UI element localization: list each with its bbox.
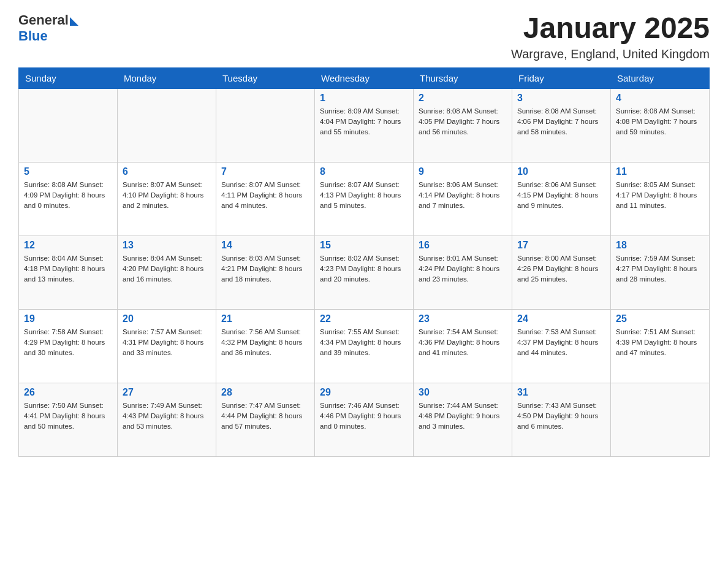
calendar-cell: 25Sunrise: 7:51 AM Sunset: 4:39 PM Dayli…	[611, 309, 710, 383]
day-number: 27	[123, 387, 211, 398]
calendar-cell: 19Sunrise: 7:58 AM Sunset: 4:29 PM Dayli…	[19, 309, 118, 383]
calendar-week-5: 26Sunrise: 7:50 AM Sunset: 4:41 PM Dayli…	[19, 383, 710, 456]
day-number: 15	[320, 240, 408, 251]
day-info: Sunrise: 7:58 AM Sunset: 4:29 PM Dayligh…	[24, 327, 112, 359]
day-info: Sunrise: 7:46 AM Sunset: 4:46 PM Dayligh…	[320, 400, 408, 432]
calendar-cell: 20Sunrise: 7:57 AM Sunset: 4:31 PM Dayli…	[118, 309, 216, 383]
day-info: Sunrise: 8:07 AM Sunset: 4:11 PM Dayligh…	[221, 180, 309, 212]
calendar-cell: 6Sunrise: 8:07 AM Sunset: 4:10 PM Daylig…	[118, 162, 216, 236]
logo: General Blue	[18, 12, 78, 44]
day-number: 16	[419, 240, 507, 251]
calendar-cell	[118, 88, 216, 162]
calendar-week-4: 19Sunrise: 7:58 AM Sunset: 4:29 PM Dayli…	[19, 309, 710, 383]
day-info: Sunrise: 8:07 AM Sunset: 4:13 PM Dayligh…	[320, 180, 408, 212]
day-number: 18	[616, 240, 704, 251]
day-info: Sunrise: 8:06 AM Sunset: 4:15 PM Dayligh…	[517, 180, 605, 212]
header-sunday: Sunday	[19, 67, 118, 88]
day-info: Sunrise: 8:08 AM Sunset: 4:05 PM Dayligh…	[419, 106, 507, 138]
calendar-cell: 26Sunrise: 7:50 AM Sunset: 4:41 PM Dayli…	[19, 383, 118, 456]
day-number: 30	[419, 387, 507, 398]
day-number: 3	[517, 93, 605, 104]
day-number: 14	[221, 240, 309, 251]
calendar-week-1: 1Sunrise: 8:09 AM Sunset: 4:04 PM Daylig…	[19, 88, 710, 162]
calendar-week-2: 5Sunrise: 8:08 AM Sunset: 4:09 PM Daylig…	[19, 162, 710, 236]
header-wednesday: Wednesday	[315, 67, 414, 88]
calendar-cell: 2Sunrise: 8:08 AM Sunset: 4:05 PM Daylig…	[414, 88, 512, 162]
day-info: Sunrise: 8:00 AM Sunset: 4:26 PM Dayligh…	[517, 253, 605, 285]
day-number: 21	[221, 313, 309, 324]
logo-triangle-icon	[70, 17, 78, 26]
day-info: Sunrise: 7:54 AM Sunset: 4:36 PM Dayligh…	[419, 327, 507, 359]
day-number: 6	[123, 166, 211, 177]
day-info: Sunrise: 8:07 AM Sunset: 4:10 PM Dayligh…	[123, 180, 211, 212]
day-info: Sunrise: 7:53 AM Sunset: 4:37 PM Dayligh…	[517, 327, 605, 359]
day-info: Sunrise: 8:05 AM Sunset: 4:17 PM Dayligh…	[616, 180, 704, 212]
calendar-cell: 31Sunrise: 7:43 AM Sunset: 4:50 PM Dayli…	[512, 383, 611, 456]
day-number: 2	[419, 93, 507, 104]
header-tuesday: Tuesday	[216, 67, 315, 88]
day-number: 7	[221, 166, 309, 177]
day-number: 11	[616, 166, 704, 177]
calendar-cell: 22Sunrise: 7:55 AM Sunset: 4:34 PM Dayli…	[315, 309, 414, 383]
day-info: Sunrise: 7:49 AM Sunset: 4:43 PM Dayligh…	[123, 400, 211, 432]
calendar-cell	[611, 383, 710, 456]
day-info: Sunrise: 8:08 AM Sunset: 4:06 PM Dayligh…	[517, 106, 605, 138]
day-info: Sunrise: 8:06 AM Sunset: 4:14 PM Dayligh…	[419, 180, 507, 212]
day-info: Sunrise: 7:44 AM Sunset: 4:48 PM Dayligh…	[419, 400, 507, 432]
calendar-cell: 5Sunrise: 8:08 AM Sunset: 4:09 PM Daylig…	[19, 162, 118, 236]
calendar-cell: 21Sunrise: 7:56 AM Sunset: 4:32 PM Dayli…	[216, 309, 315, 383]
calendar-cell: 13Sunrise: 8:04 AM Sunset: 4:20 PM Dayli…	[118, 236, 216, 309]
day-info: Sunrise: 8:09 AM Sunset: 4:04 PM Dayligh…	[320, 106, 408, 138]
day-info: Sunrise: 8:04 AM Sunset: 4:18 PM Dayligh…	[24, 253, 112, 285]
calendar-cell: 8Sunrise: 8:07 AM Sunset: 4:13 PM Daylig…	[315, 162, 414, 236]
day-number: 31	[517, 387, 605, 398]
calendar-cell	[19, 88, 118, 162]
calendar-cell: 24Sunrise: 7:53 AM Sunset: 4:37 PM Dayli…	[512, 309, 611, 383]
day-info: Sunrise: 7:43 AM Sunset: 4:50 PM Dayligh…	[517, 400, 605, 432]
calendar-week-3: 12Sunrise: 8:04 AM Sunset: 4:18 PM Dayli…	[19, 236, 710, 309]
day-info: Sunrise: 7:50 AM Sunset: 4:41 PM Dayligh…	[24, 400, 112, 432]
calendar-cell: 3Sunrise: 8:08 AM Sunset: 4:06 PM Daylig…	[512, 88, 611, 162]
calendar-table: SundayMondayTuesdayWednesdayThursdayFrid…	[18, 67, 710, 457]
calendar-cell: 16Sunrise: 8:01 AM Sunset: 4:24 PM Dayli…	[414, 236, 512, 309]
header-friday: Friday	[512, 67, 611, 88]
day-info: Sunrise: 7:47 AM Sunset: 4:44 PM Dayligh…	[221, 400, 309, 432]
calendar-cell: 29Sunrise: 7:46 AM Sunset: 4:46 PM Dayli…	[315, 383, 414, 456]
day-number: 5	[24, 166, 112, 177]
logo-blue: Blue	[18, 28, 48, 44]
day-info: Sunrise: 7:51 AM Sunset: 4:39 PM Dayligh…	[616, 327, 704, 359]
day-number: 23	[419, 313, 507, 324]
location-subtitle: Wargrave, England, United Kingdom	[511, 47, 710, 61]
day-number: 25	[616, 313, 704, 324]
calendar-cell: 11Sunrise: 8:05 AM Sunset: 4:17 PM Dayli…	[611, 162, 710, 236]
day-info: Sunrise: 8:01 AM Sunset: 4:24 PM Dayligh…	[419, 253, 507, 285]
title-block: January 2025 Wargrave, England, United K…	[511, 12, 710, 61]
calendar-title: January 2025	[511, 12, 710, 45]
day-number: 12	[24, 240, 112, 251]
day-number: 20	[123, 313, 211, 324]
day-info: Sunrise: 7:57 AM Sunset: 4:31 PM Dayligh…	[123, 327, 211, 359]
day-number: 17	[517, 240, 605, 251]
day-number: 28	[221, 387, 309, 398]
day-info: Sunrise: 7:55 AM Sunset: 4:34 PM Dayligh…	[320, 327, 408, 359]
calendar-cell: 1Sunrise: 8:09 AM Sunset: 4:04 PM Daylig…	[315, 88, 414, 162]
day-info: Sunrise: 8:03 AM Sunset: 4:21 PM Dayligh…	[221, 253, 309, 285]
day-number: 4	[616, 93, 704, 104]
day-number: 9	[419, 166, 507, 177]
day-number: 8	[320, 166, 408, 177]
day-info: Sunrise: 7:59 AM Sunset: 4:27 PM Dayligh…	[616, 253, 704, 285]
day-number: 22	[320, 313, 408, 324]
calendar-cell: 12Sunrise: 8:04 AM Sunset: 4:18 PM Dayli…	[19, 236, 118, 309]
day-number: 13	[123, 240, 211, 251]
day-info: Sunrise: 8:04 AM Sunset: 4:20 PM Dayligh…	[123, 253, 211, 285]
calendar-cell: 10Sunrise: 8:06 AM Sunset: 4:15 PM Dayli…	[512, 162, 611, 236]
day-number: 10	[517, 166, 605, 177]
calendar-cell	[216, 88, 315, 162]
calendar-cell: 17Sunrise: 8:00 AM Sunset: 4:26 PM Dayli…	[512, 236, 611, 309]
day-number: 24	[517, 313, 605, 324]
calendar-cell: 23Sunrise: 7:54 AM Sunset: 4:36 PM Dayli…	[414, 309, 512, 383]
calendar-cell: 30Sunrise: 7:44 AM Sunset: 4:48 PM Dayli…	[414, 383, 512, 456]
day-info: Sunrise: 7:56 AM Sunset: 4:32 PM Dayligh…	[221, 327, 309, 359]
day-info: Sunrise: 8:02 AM Sunset: 4:23 PM Dayligh…	[320, 253, 408, 285]
calendar-cell: 28Sunrise: 7:47 AM Sunset: 4:44 PM Dayli…	[216, 383, 315, 456]
